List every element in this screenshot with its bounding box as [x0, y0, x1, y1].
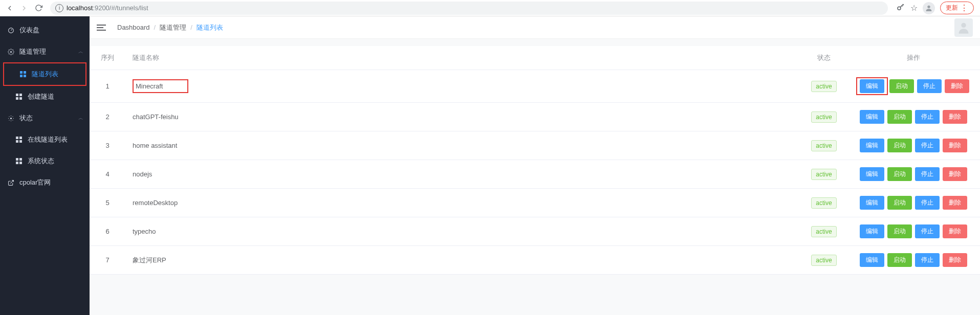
cell-name: nodejs — [125, 160, 801, 189]
edit-button[interactable]: 编辑 — [860, 196, 884, 210]
status-badge: active — [811, 111, 836, 123]
svg-point-0 — [898, 7, 901, 10]
stop-button[interactable]: 停止 — [915, 224, 940, 238]
start-button[interactable]: 启动 — [887, 110, 912, 124]
sidebar-item-create-tunnel[interactable]: 创建隧道 — [0, 86, 90, 107]
sidebar-item-system-status[interactable]: 系统状态 — [0, 150, 90, 172]
svg-rect-13 — [16, 137, 18, 139]
th-status: 状态 — [801, 46, 847, 70]
nav-reload-button[interactable] — [33, 3, 44, 14]
delete-button[interactable]: 删除 — [943, 253, 967, 267]
delete-button[interactable]: 删除 — [943, 167, 967, 181]
th-ops: 操作 — [847, 46, 980, 70]
user-avatar[interactable] — [954, 18, 973, 37]
topbar: Dashboard / 隧道管理 / 隧道列表 — [90, 16, 980, 39]
svg-rect-18 — [19, 158, 22, 161]
bookmark-star-icon[interactable]: ☆ — [910, 3, 918, 13]
profile-avatar-button[interactable] — [923, 2, 935, 14]
cell-status: active — [801, 160, 847, 189]
edit-button[interactable]: 编辑 — [860, 79, 884, 93]
start-button[interactable]: 启动 — [887, 224, 912, 238]
cell-name: typecho — [125, 217, 801, 246]
stop-button[interactable]: 停止 — [915, 139, 940, 152]
cell-ops: 编辑启动停止删除 — [847, 189, 980, 217]
table-row: 1Minecraftactive编辑启动停止删除 — [90, 70, 980, 103]
delete-button[interactable]: 删除 — [943, 110, 967, 124]
nav-back-button[interactable] — [4, 3, 15, 14]
svg-rect-15 — [16, 140, 18, 143]
svg-rect-10 — [16, 97, 18, 100]
cell-ops: 编辑启动停止删除 — [847, 103, 980, 131]
cell-ops: 编辑启动停止删除 — [847, 246, 980, 275]
sidebar-item-tunnel-list[interactable]: 隧道列表 — [4, 63, 85, 85]
svg-rect-11 — [19, 97, 22, 100]
cell-name: home assistant — [125, 131, 801, 160]
sidebar-item-label: 隧道列表 — [32, 70, 58, 79]
cell-name: 象过河ERP — [125, 246, 801, 275]
table-row: 3home assistantactive编辑启动停止删除 — [90, 131, 980, 160]
sidebar-item-label: 状态 — [19, 114, 33, 123]
start-button[interactable]: 启动 — [887, 139, 912, 152]
start-button[interactable]: 启动 — [889, 79, 914, 93]
delete-button[interactable]: 删除 — [943, 139, 967, 152]
sidebar-item-label: cpolar官网 — [19, 178, 51, 187]
delete-button[interactable]: 删除 — [943, 224, 967, 238]
sidebar-item-online-tunnels[interactable]: 在线隧道列表 — [0, 129, 90, 150]
sidebar-item-status[interactable]: 状态 ︿ — [0, 107, 90, 129]
status-badge: active — [811, 197, 836, 209]
edit-button[interactable]: 编辑 — [860, 139, 884, 152]
table-row: 7象过河ERPactive编辑启动停止删除 — [90, 246, 980, 275]
delete-button[interactable]: 删除 — [945, 79, 969, 93]
start-button[interactable]: 启动 — [887, 167, 912, 181]
cell-index: 6 — [90, 217, 125, 246]
stop-button[interactable]: 停止 — [915, 196, 940, 210]
edit-button[interactable]: 编辑 — [860, 224, 884, 238]
table-row: 5remoteDesktopactive编辑启动停止删除 — [90, 189, 980, 217]
breadcrumb-root[interactable]: Dashboard — [117, 24, 150, 31]
svg-point-12 — [10, 117, 11, 119]
edit-button[interactable]: 编辑 — [860, 167, 884, 181]
tunnel-table: 序列 隧道名称 状态 操作 1Minecraftactive编辑启动停止删除2c… — [90, 46, 980, 275]
th-name: 隧道名称 — [125, 46, 801, 70]
edit-button[interactable]: 编辑 — [860, 253, 884, 267]
stop-button[interactable]: 停止 — [915, 167, 940, 181]
svg-rect-4 — [20, 71, 23, 74]
nav-forward-button[interactable] — [18, 3, 30, 14]
sidebar-item-cpolar-site[interactable]: cpolar官网 — [0, 172, 90, 193]
sidebar-item-dashboard[interactable]: 仪表盘 — [0, 19, 90, 41]
breadcrumb-leaf: 隧道列表 — [197, 23, 223, 32]
cell-ops: 编辑启动停止删除 — [847, 70, 980, 103]
start-button[interactable]: 启动 — [887, 253, 912, 267]
cell-index: 4 — [90, 160, 125, 189]
cell-index: 3 — [90, 131, 125, 160]
svg-rect-9 — [19, 94, 22, 96]
cell-name: remoteDesktop — [125, 189, 801, 217]
address-bar[interactable]: i localhost:9200/#/tunnels/list — [50, 2, 888, 15]
dashboard-icon — [7, 27, 14, 34]
cell-status: active — [801, 246, 847, 275]
delete-button[interactable]: 删除 — [943, 196, 967, 210]
stop-button[interactable]: 停止 — [915, 110, 940, 124]
stop-button[interactable]: 停止 — [915, 253, 940, 267]
site-info-icon[interactable]: i — [55, 4, 63, 12]
start-button[interactable]: 启动 — [887, 196, 912, 210]
sidebar-item-label: 隧道管理 — [19, 47, 46, 56]
key-icon[interactable] — [896, 3, 905, 13]
cell-index: 1 — [90, 70, 125, 103]
cell-ops: 编辑启动停止删除 — [847, 131, 980, 160]
grid-icon — [19, 71, 27, 77]
svg-line-21 — [10, 180, 13, 183]
edit-button[interactable]: 编辑 — [860, 110, 884, 124]
sidebar-toggle-button[interactable] — [97, 25, 106, 31]
browser-update-button[interactable]: 更新 ⋮ — [940, 2, 974, 14]
status-badge: active — [811, 169, 836, 180]
gear-icon — [7, 115, 14, 122]
cell-status: active — [801, 217, 847, 246]
gear-icon — [7, 49, 14, 55]
table-row: 6typechoactive编辑启动停止删除 — [90, 217, 980, 246]
breadcrumb: Dashboard / 隧道管理 / 隧道列表 — [97, 23, 223, 32]
sidebar-item-tunnel-manage[interactable]: 隧道管理 ︿ — [0, 41, 90, 62]
stop-button[interactable]: 停止 — [917, 79, 942, 93]
breadcrumb-mid[interactable]: 隧道管理 — [160, 23, 186, 32]
th-index: 序列 — [90, 46, 125, 70]
